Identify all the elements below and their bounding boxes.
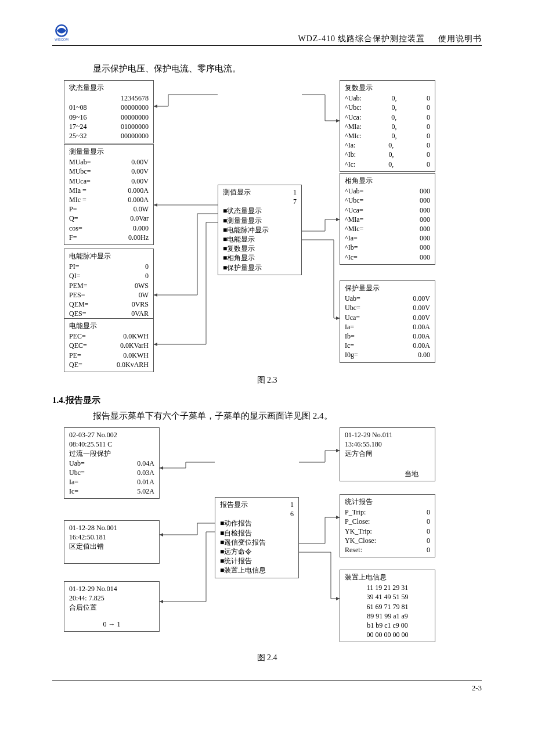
data-row: YK_Trip:0 [345, 527, 430, 536]
data-row: Uab=0.00V [345, 294, 430, 303]
data-row: Uca=0.00V [345, 313, 430, 322]
pulse-display-box: 电能脉冲显示 PI=0QI=0PEM=0WSPES=0WQEM=0VRSQES=… [64, 249, 154, 321]
menu-item: ■电能显示 [223, 235, 297, 244]
data-row: ^MIa=000 [345, 215, 430, 224]
status-display-box: 状态量显示 12345678 01~080000000009~160000000… [64, 80, 154, 143]
stats-report-box: 统计报告 P_Trip:0P_Close:0YK_Trip:0YK_Close:… [340, 494, 435, 557]
page-number: 2-3 [472, 683, 482, 692]
data-row: ^Ubc:0,0 [345, 103, 430, 112]
data-row: ^Ia=000 [345, 233, 430, 243]
box-title: 状态量显示 [69, 83, 149, 92]
data-row: 25~3200000000 [69, 131, 149, 141]
menu-box: 测值显示 1 7 ■状态量显示■测量量显示■电能脉冲显示■电能显示■复数显示■相… [218, 185, 302, 275]
menu-item: ■统计报告 [220, 556, 294, 566]
data-row: ^Uab:0,0 [345, 93, 430, 103]
data-row: Ubc=0.03A [69, 468, 154, 477]
energy-display-box: 电能显示 PEC=0.0KWHQEC=0.0KVarHPE=0.0KWHQE=0… [64, 318, 154, 372]
menu-item: ■复数显示 [223, 244, 297, 253]
figure-2-3: 状态量显示 12345678 01~080000000009~160000000… [52, 80, 482, 370]
menu-item: ■相角显示 [223, 253, 297, 262]
intro-text: 显示保护电压、保护电流、零序电流。 [93, 63, 482, 74]
data-row: ^Ic=000 [345, 253, 430, 262]
data-line: b1 b9 c1 c9 00 [345, 621, 430, 630]
data-row: ^MIc=000 [345, 224, 430, 233]
data-row: I0g=0.00 [345, 350, 430, 359]
remote-cmd-box: 01-12-29 No.011 13:46:55.180 远方合闸 当地 [340, 427, 435, 481]
menu-item: ■遥信变位报告 [220, 538, 294, 547]
data-line: 89 91 99 a1 a9 [345, 611, 430, 621]
selfcheck-report-box: 01-12-28 No.001 16:42:50.181 区定值出错 [64, 520, 160, 564]
data-row: MUbc=0.00V [69, 167, 149, 176]
data-line: 00 00 00 00 00 [345, 630, 430, 639]
data-row: Ia=0.00A [345, 322, 430, 332]
menu-item: ■远方命令 [220, 547, 294, 556]
data-row: QE=0.0KvARH [69, 360, 149, 369]
data-row: MUca=0.00V [69, 177, 149, 186]
menu-item: ■动作报告 [220, 519, 294, 528]
wiscom-logo-icon: WISCOM [52, 23, 71, 44]
menu-item: ■电能脉冲显示 [223, 225, 297, 235]
header-device: WDZ-410 线路综合保护测控装置 [298, 34, 425, 43]
data-row: PEM=0WS [69, 281, 149, 290]
data-row: Q=0.0Var [69, 214, 149, 223]
data-row: 09~1600000000 [69, 113, 149, 122]
complex-display-box: 复数显示 ^Uab:0,0^Ubc:0,0^Uca:0,0^MIa:0,0^MI… [340, 80, 435, 172]
poweron-info-box: 装置上电信息 11 19 21 29 3139 41 49 51 5961 69… [340, 570, 435, 642]
data-row: Ib=0.00A [345, 332, 430, 341]
protect-display-box: 保护量显示 Uab=0.00VUbc=0.00VUca=0.00VIa=0.00… [340, 280, 435, 363]
svg-text:WISCOM: WISCOM [55, 38, 68, 41]
data-row: ^Ib=000 [345, 243, 430, 252]
fig24-caption: 图 2.4 [52, 653, 482, 663]
section-1-4-desc: 报告显示菜单下有六个子菜单，子菜单的显示画面详见图 2.4。 [93, 411, 482, 422]
data-row: PI=0 [69, 262, 149, 271]
data-row: PES=0W [69, 290, 149, 300]
data-row: MUab=0.00V [69, 157, 149, 167]
phase-display-box: 相角显示 ^Uab=000^Ubc=000^Uca=000^MIa=000^MI… [340, 173, 435, 265]
data-row: ^MIc:0,0 [345, 131, 430, 141]
data-row: ^Ubc=000 [345, 196, 430, 205]
data-row: Ia=0.01A [69, 477, 154, 487]
data-row: Reset:0 [345, 545, 430, 555]
data-row: QEM=0VRS [69, 300, 149, 309]
data-line: 39 41 49 51 59 [345, 592, 430, 602]
yx-report-box: 01-12-29 No.014 20:44: 7.825 合后位置 0 → 1 [64, 581, 160, 632]
action-report-box: 02-03-27 No.002 08:40:25.511 C 过流一段保护 Ua… [64, 427, 160, 499]
data-row: QEC=0.0KVarH [69, 341, 149, 350]
report-menu-box: 报告显示 1 6 ■动作报告■自检报告■遥信变位报告■远方命令■统计报告■装置上… [215, 497, 299, 578]
measure-display-box: 测量量显示 MUab=0.00VMUbc=0.00VMUca=0.00VMIa … [64, 144, 154, 245]
data-row: QES=0VAR [69, 309, 149, 318]
data-row: PE=0.0KWH [69, 351, 149, 360]
data-row: MIc =0.000A [69, 195, 149, 204]
data-row: 01~0800000000 [69, 103, 149, 112]
data-row: Ic=5.02A [69, 487, 154, 496]
data-row: P=0.0W [69, 204, 149, 214]
fig23-caption: 图 2.3 [52, 375, 482, 386]
data-row: QI=0 [69, 271, 149, 280]
data-row: Ic=0.00A [345, 341, 430, 350]
menu-item: ■保护量显示 [223, 263, 297, 272]
data-row: Ubc=0.00V [345, 303, 430, 312]
data-row: PEC=0.0KWH [69, 332, 149, 341]
data-row: MIa =0.000A [69, 186, 149, 195]
menu-item: ■测量量显示 [223, 216, 297, 225]
data-line: 61 69 71 79 81 [345, 602, 430, 611]
data-row: ^Uab=000 [345, 186, 430, 196]
menu-item: ■装置上电信息 [220, 566, 294, 575]
menu-item: ■自检报告 [220, 528, 294, 538]
data-line: 11 19 21 29 31 [345, 583, 430, 592]
data-row: ^Uca:0,0 [345, 113, 430, 122]
data-row: ^Ib:0,0 [345, 150, 430, 159]
data-row: P_Trip:0 [345, 507, 430, 517]
data-row: ^Ia:0,0 [345, 141, 430, 150]
data-row: ^Ic:0,0 [345, 160, 430, 169]
menu-item: ■状态量显示 [223, 206, 297, 215]
data-row: ^MIa:0,0 [345, 122, 430, 131]
section-1-4-title: 1.4.报告显示 [52, 395, 482, 406]
data-row: P_Close:0 [345, 517, 430, 526]
data-row: ^Uca=000 [345, 206, 430, 215]
data-row: F=0.00Hz [69, 233, 149, 242]
figure-2-4: 02-03-27 No.002 08:40:25.511 C 过流一段保护 Ua… [52, 427, 482, 648]
page-header: WISCOM WDZ-410 线路综合保护测控装置 使用说明书 [52, 23, 482, 46]
header-doc: 使用说明书 [438, 34, 482, 43]
data-row: 17~2401000000 [69, 122, 149, 131]
